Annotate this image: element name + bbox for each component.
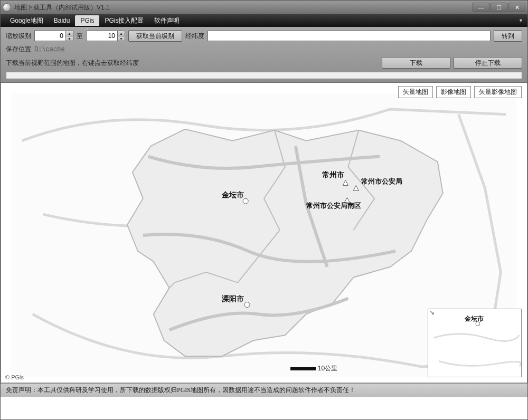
window-title: 地图下载工具（内部试用版）V1.1 (14, 3, 473, 12)
download-hint: 下载当前视野范围的地图，右键点击获取经纬度 (6, 59, 379, 68)
map-type-vector-image-button[interactable]: 矢量影像地图 (474, 86, 522, 98)
spinner-down-icon[interactable]: ▼ (66, 36, 73, 41)
menu-google[interactable]: Google地图 (5, 15, 49, 27)
get-current-level-button[interactable]: 获取当前级别 (128, 30, 182, 42)
svg-text:常州市公安局南区: 常州市公安局南区 (306, 202, 361, 209)
minimap-svg: 金坛市 (428, 309, 521, 377)
svg-text:常州市: 常州市 (322, 170, 344, 179)
zoom-to-stepper[interactable]: ▲▼ (86, 31, 125, 41)
zoom-sep: 至 (77, 32, 83, 41)
app-icon (3, 3, 11, 12)
svg-point-9 (244, 302, 250, 308)
footer-bar: 免责声明：本工具仅供科研及学习使用，所下载的数据版权归PGIS地图所有，因数据用… (1, 383, 527, 397)
map-type-vector-button[interactable]: 矢量地图 (398, 86, 433, 98)
footer-disclaimer: 免责声明：本工具仅供科研及学习使用，所下载的数据版权归PGIS地图所有，因数据用… (6, 386, 355, 395)
svg-point-1 (243, 198, 248, 204)
title-bar: 地图下载工具（内部试用版）V1.1 — ☐ ✕ (1, 1, 527, 14)
svg-text:金坛市: 金坛市 (464, 315, 484, 322)
map-area[interactable]: 矢量地图 影像地图 矢量影像地图 (1, 83, 527, 383)
coords-input[interactable] (208, 31, 491, 41)
svg-text:常州市公安局: 常州市公安局 (361, 177, 402, 185)
spinner-up-icon[interactable]: ▲ (66, 31, 73, 36)
svg-point-12 (476, 322, 480, 326)
save-path-link[interactable]: D:\cache (34, 46, 65, 53)
close-button[interactable]: ✕ (508, 3, 525, 12)
zoom-label: 缩放级别 (6, 32, 31, 41)
menu-bar: Google地图 Baidu PGis PGis接入配置 软件声明 ▼ (1, 14, 527, 27)
map-type-image-button[interactable]: 影像地图 (436, 86, 471, 98)
goto-button[interactable]: 转到 (494, 30, 522, 42)
svg-text:金坛市: 金坛市 (221, 190, 244, 199)
save-label: 保存位置 (6, 45, 31, 54)
download-row: 下载当前视野范围的地图，右键点击获取经纬度 下载 停止下载 (6, 57, 522, 69)
menu-about[interactable]: 软件声明 (149, 15, 185, 27)
map-type-switcher: 矢量地图 影像地图 矢量影像地图 (398, 86, 522, 98)
minimize-button[interactable]: — (473, 3, 489, 12)
scale-bar: 10公里 (290, 364, 337, 373)
menu-pgis-config[interactable]: PGis接入配置 (99, 15, 149, 27)
download-progress (6, 72, 522, 79)
spinner-up-icon[interactable]: ▲ (118, 31, 125, 36)
zoom-from-input[interactable] (34, 31, 66, 41)
stop-download-button[interactable]: 停止下载 (454, 57, 522, 69)
maximize-button[interactable]: ☐ (491, 3, 507, 12)
svg-text:溧阳市: 溧阳市 (221, 294, 244, 303)
scale-bar-label: 10公里 (318, 364, 337, 373)
menu-pgis[interactable]: PGis (75, 15, 99, 26)
minimap[interactable]: ↘ 金坛市 (428, 309, 522, 377)
toolbar: 缩放级别 ▲▼ 至 ▲▼ 获取当前级别 经纬度 转到 保存位置 D:\cache… (1, 27, 527, 83)
download-button[interactable]: 下载 (382, 57, 450, 69)
zoom-from-spinner[interactable]: ▲▼ (66, 31, 73, 41)
menu-overflow-icon[interactable]: ▼ (518, 18, 523, 23)
menu-baidu[interactable]: Baidu (49, 15, 76, 26)
minimap-collapse-icon[interactable]: ↘ (428, 309, 436, 317)
zoom-to-input[interactable] (86, 31, 118, 41)
coords-label: 经纬度 (185, 32, 204, 41)
zoom-from-stepper[interactable]: ▲▼ (34, 31, 73, 41)
spinner-down-icon[interactable]: ▼ (118, 36, 125, 41)
zoom-to-spinner[interactable]: ▲▼ (118, 31, 125, 41)
scale-bar-graphic (290, 367, 316, 370)
window-controls: — ☐ ✕ (473, 3, 525, 12)
map-attribution: © PGis (5, 374, 24, 380)
save-row: 保存位置 D:\cache (6, 45, 522, 54)
zoom-row: 缩放级别 ▲▼ 至 ▲▼ 获取当前级别 经纬度 转到 (6, 30, 522, 42)
